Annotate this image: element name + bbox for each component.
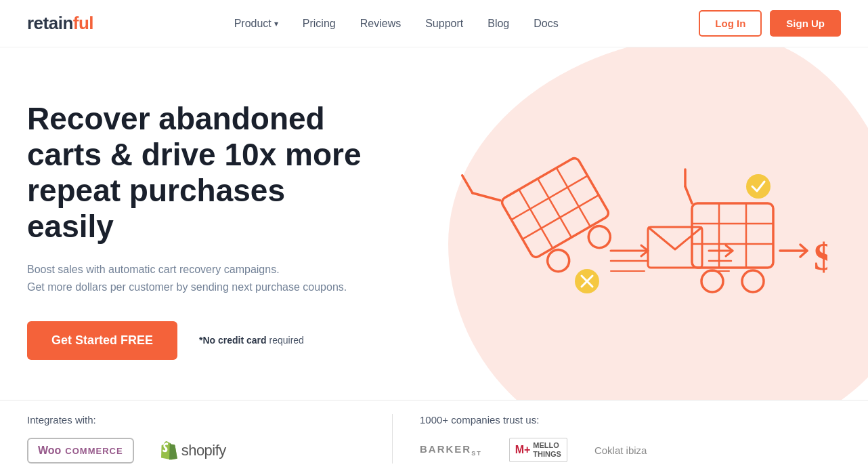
trust-section: 1000+ companies trust us: BARKERST M+ ME… xyxy=(393,414,841,464)
nav-product[interactable]: Product xyxy=(234,18,278,30)
trust-label: 1000+ companies trust us: xyxy=(420,414,841,426)
nav-links: Product Pricing Reviews Support Blog Doc… xyxy=(234,18,559,30)
hero-content: Recover abandoned carts & drive 10x more… xyxy=(27,101,379,359)
signup-button[interactable]: Sign Up xyxy=(770,10,841,37)
woocommerce-logo: Woo COMMERCE xyxy=(27,438,134,464)
get-started-button[interactable]: Get Started FREE xyxy=(27,321,177,360)
hero-illustration: $ xyxy=(448,81,827,366)
shopify-bag-icon xyxy=(161,441,177,460)
svg-text:$: $ xyxy=(814,234,827,279)
mello-logo: M+ MELLO THINGS xyxy=(509,438,567,462)
login-button[interactable]: Log In xyxy=(699,10,762,37)
integrates-label: Integrates with: xyxy=(27,414,365,426)
svg-point-28 xyxy=(742,270,764,292)
nav-blog[interactable]: Blog xyxy=(487,18,509,30)
shopify-logo: shopify xyxy=(161,441,226,460)
svg-point-29 xyxy=(746,174,771,199)
svg-line-7 xyxy=(462,176,473,193)
hero-title: Recover abandoned carts & drive 10x more… xyxy=(27,101,379,245)
nav-reviews[interactable]: Reviews xyxy=(360,18,401,30)
trust-logos: BARKERST M+ MELLO THINGS Coklat ibiza xyxy=(420,438,841,462)
integrates-section: Integrates with: Woo COMMERCE shopify xyxy=(27,414,393,464)
svg-line-25 xyxy=(685,186,692,203)
integration-logos: Woo COMMERCE shopify xyxy=(27,438,365,464)
svg-point-27 xyxy=(701,270,723,292)
logo-ful: ful xyxy=(73,13,93,33)
hero-subtitle: Boost sales with automatic cart recovery… xyxy=(27,261,352,297)
navbar: retainful Product Pricing Reviews Suppor… xyxy=(0,0,868,47)
logo-retain: retain xyxy=(27,13,73,33)
svg-line-6 xyxy=(473,183,500,211)
nav-docs[interactable]: Docs xyxy=(534,18,558,30)
no-credit-text: *No credit card required xyxy=(199,335,304,346)
logo[interactable]: retainful xyxy=(27,13,93,34)
barker-logo: BARKERST xyxy=(420,443,482,457)
cta-row: Get Started FREE *No credit card require… xyxy=(27,321,379,360)
shopify-text: shopify xyxy=(181,442,226,459)
hero-section: Recover abandoned carts & drive 10x more… xyxy=(0,47,868,400)
coklat-logo: Coklat ibiza xyxy=(594,445,647,456)
svg-rect-20 xyxy=(692,203,773,268)
nav-pricing[interactable]: Pricing xyxy=(303,18,336,30)
bottom-bar: Integrates with: Woo COMMERCE shopify 10… xyxy=(0,400,868,473)
nav-support[interactable]: Support xyxy=(425,18,463,30)
nav-actions: Log In Sign Up xyxy=(699,10,841,37)
